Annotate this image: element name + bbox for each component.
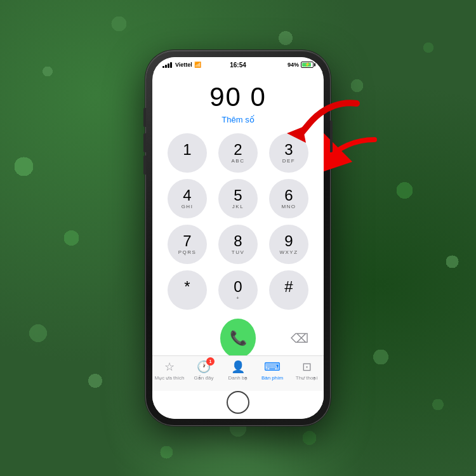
call-button[interactable]: 📞 [220,319,256,355]
carrier-label: Viettel [175,62,192,68]
key-hash[interactable]: # [269,270,308,310]
signal-bar-1 [162,66,164,68]
tab-recents-label: Gần đây [194,375,214,381]
recents-badge: 1 [206,357,215,366]
key-3-letters: DEF [282,158,296,164]
phone-number-display: 90 0 [209,82,267,112]
signal-bars [162,62,172,68]
dialer-area: 90 0 Thêm số 1 2 ABC 3 DEF [152,72,324,355]
home-button[interactable] [227,391,249,414]
tab-recents[interactable]: 🕐 1 Gần đây [187,360,221,381]
key-6-num: 6 [284,188,293,203]
key-7-num: 7 [183,234,191,249]
tab-voicemail-label: Thư thoại [296,375,317,381]
key-8-num: 8 [234,234,242,249]
key-0-letters: + [236,295,240,301]
key-0-num: 0 [234,279,242,294]
status-left: Viettel 📶 [162,62,201,68]
tab-keypad-label: Bàn phím [261,375,283,381]
key-9[interactable]: 9 WXYZ [269,225,308,264]
signal-bar-3 [168,63,169,68]
key-2[interactable]: 2 ABC [218,133,258,173]
wifi-icon: 📶 [194,62,201,68]
phone-outer: Viettel 📶 16:54 94% ⚡ 90 0 Th [146,51,330,425]
battery-body: ⚡ [301,62,314,68]
spacer-left [165,326,188,351]
key-7[interactable]: 7 PQRS [168,225,207,264]
key-2-letters: ABC [232,158,245,164]
key-4-num: 4 [183,188,191,203]
battery: ⚡ [301,62,314,68]
status-right: 94% ⚡ [288,62,314,68]
signal-bar-4 [170,62,172,68]
key-4-letters: GHI [182,204,194,209]
tab-contacts-icon: 👤 [231,360,245,374]
key-5-num: 5 [234,188,242,203]
tab-contacts[interactable]: 👤 Danh bạ [221,360,255,381]
key-4[interactable]: 4 GHI [168,179,207,218]
key-0[interactable]: 0 + [218,270,258,310]
key-1-num: 1 [183,142,191,157]
tab-bar: ☆ Mục ưa thích 🕐 1 Gần đây 👤 Danh bạ ⌨ [152,355,324,391]
tab-favorites[interactable]: ☆ Mục ưa thích [152,360,187,381]
key-7-letters: PQRS [178,249,197,255]
tab-contacts-label: Danh bạ [228,375,248,381]
battery-percent: 94% [288,62,299,68]
tab-favorites-icon: ☆ [164,360,175,374]
status-time: 16:54 [230,62,246,69]
tab-recents-badge-wrapper: 🕐 1 [197,360,211,374]
key-1[interactable]: 1 [168,133,207,173]
tab-favorites-label: Mục ưa thích [155,375,185,381]
add-number-label[interactable]: Thêm số [221,115,254,124]
key-hash-num: # [284,279,293,294]
key-6-letters: MNO [281,204,296,209]
key-star[interactable]: * [168,270,207,310]
key-6[interactable]: 6 MNO [269,179,308,218]
key-3-num: 3 [284,142,293,157]
action-row: 📞 ⌫ [152,319,324,355]
delete-button[interactable]: ⌫ [288,326,311,351]
home-area [152,391,324,419]
key-9-letters: WXYZ [279,249,298,255]
tab-keypad-icon: ⌨ [264,360,281,374]
tab-voicemail-icon: ⊡ [302,360,312,374]
key-star-num: * [184,279,190,294]
call-icon: 📞 [230,330,247,347]
key-2-num: 2 [234,142,242,157]
phone-wrapper: Viettel 📶 16:54 94% ⚡ 90 0 Th [146,51,330,425]
key-5-letters: JKL [232,204,244,209]
keypad: 1 2 ABC 3 DEF 4 GHI [152,133,324,310]
tab-keypad[interactable]: ⌨ Bàn phím [255,360,289,381]
key-9-num: 9 [284,234,293,249]
phone-screen: Viettel 📶 16:54 94% ⚡ 90 0 Th [152,57,324,419]
signal-bar-2 [165,65,167,68]
battery-bolt: ⚡ [301,62,313,67]
key-8-letters: TUV [232,249,245,255]
delete-icon: ⌫ [291,331,308,346]
tab-voicemail[interactable]: ⊡ Thư thoại [289,360,324,381]
key-3[interactable]: 3 DEF [269,133,308,173]
status-bar: Viettel 📶 16:54 94% ⚡ [152,57,324,72]
key-5[interactable]: 5 JKL [218,179,258,218]
key-8[interactable]: 8 TUV [218,225,258,264]
